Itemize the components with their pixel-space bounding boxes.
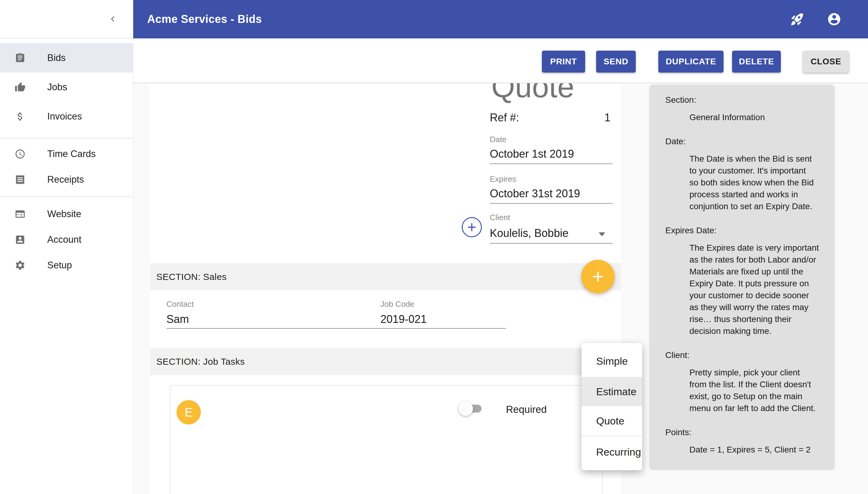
sidebar-item-invoices[interactable]: Invoices	[0, 102, 133, 131]
rocket-icon[interactable]	[790, 12, 805, 26]
app-title: Acme Services - Bids	[147, 0, 262, 38]
account-circle-icon[interactable]	[827, 12, 842, 26]
job-code-label: Job Code	[380, 300, 414, 309]
task-avatar-letter: E	[185, 405, 193, 419]
date-label: Date	[490, 135, 507, 144]
contact-field[interactable]: Sam	[166, 313, 189, 326]
chevron-left-icon[interactable]	[107, 14, 118, 24]
ref-number-label: Ref #:	[490, 111, 519, 124]
clock-icon	[15, 149, 26, 159]
sidebar-item-label: Invoices	[47, 111, 82, 122]
menu-item-label: Recurring	[596, 446, 641, 458]
menu-item-recurring[interactable]: Recurring	[581, 436, 642, 468]
menu-item-simple[interactable]: Simple	[581, 345, 642, 377]
sidebar-item-label: Website	[47, 209, 81, 220]
sidebar-item-website[interactable]: Website	[0, 200, 133, 229]
app-bar: Acme Services - Bids	[133, 0, 868, 38]
plus-icon	[465, 221, 478, 234]
add-client-button[interactable]	[462, 217, 482, 237]
menu-item-quote[interactable]: Quote	[581, 406, 642, 436]
help-body: Pretty simple, pick your client from the…	[689, 366, 823, 414]
browser-icon	[15, 209, 26, 220]
help-panel: Section: General Information Date: The D…	[650, 85, 834, 469]
date-underline	[490, 164, 613, 164]
action-toolbar: PRINT SEND DUPLICATE DELETE CLOSE	[133, 38, 868, 83]
contact-underline	[166, 328, 382, 329]
date-field[interactable]: October 1st 2019	[490, 148, 574, 160]
sidebar-header	[0, 0, 133, 38]
job-code-underline	[380, 328, 506, 329]
sidebar-item-label: Receipts	[47, 174, 84, 185]
menu-item-estimate[interactable]: Estimate	[581, 377, 642, 406]
help-heading: Points:	[665, 426, 823, 438]
client-label: Client	[490, 213, 510, 222]
receipt-icon	[15, 174, 26, 185]
ref-number-value: 1	[604, 111, 610, 124]
menu-item-label: Estimate	[596, 386, 636, 398]
duplicate-button[interactable]: DUPLICATE	[658, 51, 724, 73]
sidebar: Bids Jobs Invoices Time Cards Receipts W…	[0, 0, 133, 494]
help-heading: Client:	[665, 349, 823, 361]
sidebar-divider	[0, 196, 133, 197]
sidebar-item-label: Account	[47, 234, 81, 245]
dollar-icon	[15, 111, 26, 122]
thumb-up-icon	[15, 82, 26, 93]
expires-label: Expires	[490, 174, 516, 184]
sidebar-item-label: Setup	[47, 260, 72, 271]
close-button[interactable]: CLOSE	[803, 51, 849, 73]
expires-field[interactable]: October 31st 2019	[490, 187, 580, 200]
ref-number-row: Ref #: 1	[490, 110, 610, 125]
sidebar-item-setup[interactable]: Setup	[0, 251, 133, 280]
job-code-field[interactable]: 2019-021	[380, 313, 427, 326]
section-sales-title: SECTION: Sales	[156, 272, 227, 282]
clipboard-icon	[15, 53, 26, 63]
help-heading: Expires Date:	[665, 224, 823, 236]
client-select[interactable]: Koulelis, Bobbie	[490, 227, 568, 240]
task-avatar: E	[176, 400, 201, 424]
required-label: Required	[506, 404, 547, 415]
bid-type-menu: Simple Estimate Quote Recurring	[581, 343, 642, 470]
print-button[interactable]: PRINT	[542, 51, 585, 73]
sidebar-item-account[interactable]: Account	[0, 225, 133, 254]
help-body: General Information	[689, 111, 823, 123]
help-heading: Date:	[665, 135, 823, 147]
expires-underline	[490, 203, 613, 204]
toggle-thumb	[458, 401, 473, 416]
section-job-tasks-title: SECTION: Job Tasks	[156, 357, 245, 367]
help-body: The Expires date is very important as th…	[689, 242, 823, 337]
help-heading: Section:	[665, 94, 823, 106]
gear-icon	[15, 260, 26, 271]
chevron-down-icon[interactable]	[598, 232, 605, 236]
client-underline	[490, 243, 613, 244]
sidebar-item-bids[interactable]: Bids	[0, 43, 133, 73]
sidebar-item-label: Jobs	[47, 82, 67, 93]
sidebar-item-label: Bids	[47, 53, 65, 63]
app-window: Quote Ref #: 1 Date October 1st 2019 Exp…	[0, 0, 868, 494]
send-button[interactable]: SEND	[596, 51, 636, 73]
section-sales-header: SECTION: Sales	[150, 263, 621, 290]
sidebar-item-jobs[interactable]: Jobs	[0, 73, 133, 102]
required-toggle[interactable]	[458, 401, 482, 416]
plus-icon	[589, 268, 607, 285]
help-body: Date = 1, Expires = 5, Client = 2	[689, 444, 823, 456]
sidebar-item-receipts[interactable]: Receipts	[0, 165, 133, 194]
sidebar-divider	[0, 138, 133, 138]
account-box-icon	[15, 234, 26, 245]
add-section-fab[interactable]	[581, 260, 615, 293]
contact-label: Contact	[166, 300, 194, 309]
task-card	[170, 385, 603, 494]
sidebar-item-label: Time Cards	[47, 149, 96, 159]
menu-item-label: Quote	[596, 415, 625, 427]
sidebar-item-time-cards[interactable]: Time Cards	[0, 139, 133, 169]
section-job-tasks-header: SECTION: Job Tasks	[150, 348, 621, 375]
menu-item-label: Simple	[596, 355, 628, 367]
delete-button[interactable]: DELETE	[732, 51, 781, 73]
help-body: The Date is when the Bid is sent to your…	[689, 153, 823, 212]
